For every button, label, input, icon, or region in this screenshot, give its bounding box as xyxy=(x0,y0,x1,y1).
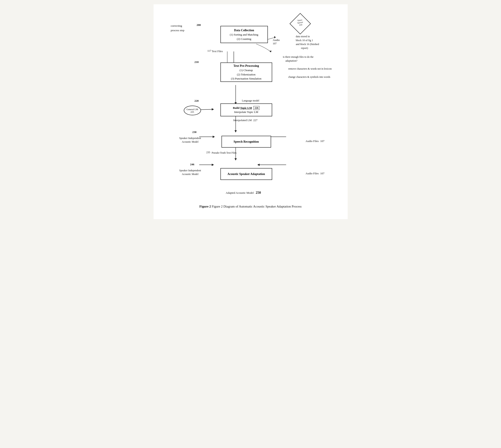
data-collection-title: Data Collection xyxy=(234,28,254,32)
punctuation-label: (3) Punctuation Simulation xyxy=(231,77,261,81)
tokenization-label: (2) Tokenization xyxy=(237,72,256,77)
figure-title: Figure 2 Diagram of Automatic Acoustic S… xyxy=(212,205,302,208)
data-collection-line2: (1) Sorting and Matching xyxy=(230,32,258,37)
language-model-note: Language model xyxy=(242,99,259,102)
interpolated-lm-label: Interpolated LM 227 xyxy=(233,118,257,122)
acoustic-adaptation-title: Acoustic Speaker Adaptation xyxy=(228,172,265,176)
text-preprocessing-title: Text Pre-Processing xyxy=(233,64,259,68)
text-preprocessing-box: Text Pre-Processing (1) Cleanup (2) Toke… xyxy=(220,63,272,82)
page: Voice Server 110 correcting process step… xyxy=(153,4,348,219)
svg-marker-21 xyxy=(212,164,214,166)
svg-marker-15 xyxy=(212,108,214,110)
general-lm-oval: General LM 225 xyxy=(184,106,201,115)
text-files-num-label: 117 xyxy=(207,49,211,53)
acoustic-adaptation-box: Acoustic Speaker Adaptation xyxy=(220,168,272,180)
cleanup-note: remove characters & words not in lexicon xyxy=(288,67,332,70)
pseudo-truth-label: Pseudo-Truth Text Files xyxy=(212,151,237,155)
build-topic-lm-line1: Build Topic LM 226 xyxy=(233,106,259,110)
audio-sr-label: Audio Files 107 xyxy=(306,139,325,143)
general-lm-label: General LM 225 xyxy=(186,108,198,113)
speech-recognition-title: Speech Recognition xyxy=(234,139,259,144)
adaptation-question-annotation: is there enough files to do the adaptati… xyxy=(283,55,314,63)
speech-recognition-box: Speech Recognition xyxy=(221,136,271,148)
voice-server-diamond: Voice Server 110 xyxy=(292,15,309,32)
text-files-label: Text Files xyxy=(212,49,223,53)
diagram-container: Voice Server 110 correcting process step… xyxy=(167,13,335,198)
build-topic-lm-line2: Interpolate Topic LM xyxy=(234,110,258,114)
tokenization-note: change characters & symbols into words xyxy=(288,75,330,79)
speaker-ind-asa-label: Speaker IndependentAcoustic Model xyxy=(173,169,207,176)
figure-caption: Figure 2 Figure 2 Diagram of Automatic A… xyxy=(167,205,335,208)
data-collection-line3: (2) Counting xyxy=(237,37,251,41)
svg-marker-11 xyxy=(274,36,276,38)
step-246-label: 246 xyxy=(190,163,195,166)
speaker-ind-sr-label: Speaker IndependentAcoustic Model xyxy=(173,136,207,144)
pseudo-truth-num-label: 235 xyxy=(206,151,210,154)
audio-asa-label: Audio Files 107 xyxy=(306,172,325,175)
svg-marker-23 xyxy=(257,164,259,166)
step-210-label: 210 xyxy=(195,60,199,64)
build-topic-lm-box: Build Topic LM 226 Interpolate Topic LM xyxy=(220,103,272,116)
data-collection-box: Data Collection (1) Sorting and Matching… xyxy=(220,26,268,43)
adapted-acoustic-label: Adapted Acoustic Model 250 xyxy=(226,191,261,195)
topic-lm-num: 226 xyxy=(253,106,259,110)
svg-marker-5 xyxy=(234,130,237,132)
svg-marker-17 xyxy=(213,136,215,138)
correcting-process-label: correcting process step xyxy=(171,24,184,33)
step-220-label: 220 xyxy=(195,99,199,103)
figure-label: Figure 2 xyxy=(200,205,211,208)
audio-top-label: Audio 107 xyxy=(273,38,280,45)
svg-marker-7 xyxy=(234,158,237,160)
step-230-label: 230 xyxy=(192,130,197,134)
data-stored-annotation: data stored in block 10 of fig 1 and blo… xyxy=(296,34,319,50)
svg-marker-12 xyxy=(269,51,271,52)
step-200-label: 200 xyxy=(197,23,201,27)
cleanup-label: (1) Cleanup xyxy=(240,68,253,72)
